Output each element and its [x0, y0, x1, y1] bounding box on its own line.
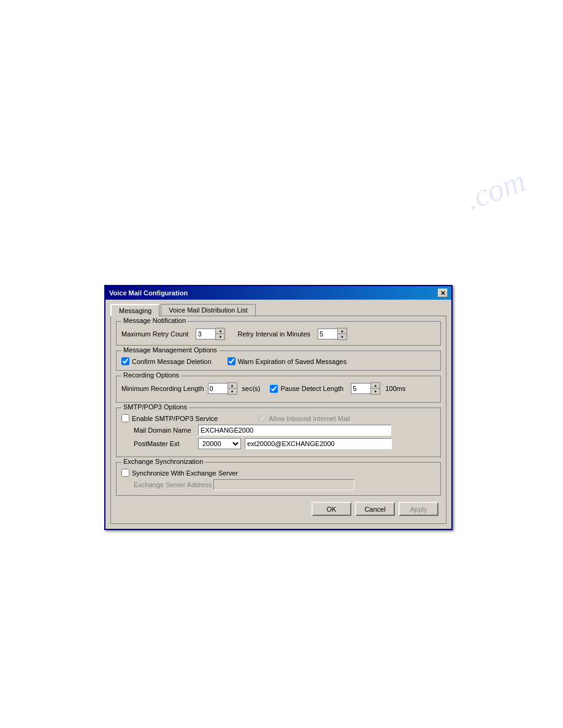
max-retry-group: Maximum Retry Count ▲ ▼	[121, 328, 225, 340]
sync-checkbox-group: Synchronize With Exchange Server	[121, 469, 242, 477]
tab-content-messaging: Message Notification Maximum Retry Count…	[110, 316, 446, 524]
enable-smtp-label: Enable SMTP/POP3 Service	[132, 415, 218, 422]
retry-interval-up-button[interactable]: ▲	[338, 328, 347, 334]
group-recording-options: Recording Options Minimum Recording Leng…	[116, 376, 441, 403]
group-message-management: Message Management Options Confirm Messa…	[116, 351, 441, 371]
min-recording-input[interactable]	[208, 383, 228, 394]
warn-expiration-checkbox[interactable]	[228, 357, 236, 365]
allow-inbound-checkbox[interactable]	[258, 414, 266, 422]
max-retry-input[interactable]	[196, 328, 215, 339]
enable-smtp-group: Enable SMTP/POP3 Service	[121, 414, 221, 422]
retry-interval-down-button[interactable]: ▼	[338, 334, 347, 339]
pause-detect-label: Pause Detect Length	[280, 385, 343, 392]
max-retry-label: Maximum Retry Count	[121, 330, 188, 338]
cancel-button[interactable]: Cancel	[355, 502, 395, 516]
group-notification-title: Message Notification	[121, 317, 188, 324]
smtp-fields: Mail Domain Name PostMaster Ext 20000	[121, 425, 435, 449]
pause-detect-group: Pause Detect Length	[270, 385, 347, 393]
sync-exchange-checkbox[interactable]	[121, 469, 129, 477]
allow-inbound-group: Allow Inbound Internet Mail	[258, 414, 354, 422]
recording-row: Minimum Recording Length ▲ ▼ sec(s)	[121, 382, 435, 395]
smtp-enable-row: Enable SMTP/POP3 Service Allow Inbound I…	[121, 414, 435, 422]
mail-domain-input[interactable]	[198, 425, 391, 436]
ok-button[interactable]: OK	[312, 502, 351, 516]
retry-interval-label: Retry Interval in Minutes	[237, 330, 310, 338]
pause-detect-spinner: ▲ ▼	[351, 382, 380, 395]
group-exchange-title: Exchange Synchronization	[121, 458, 205, 465]
postmaster-select[interactable]: 20000	[198, 438, 241, 449]
min-recording-spinner: ▲ ▼	[208, 382, 237, 395]
retry-interval-spinner-buttons: ▲ ▼	[337, 328, 347, 340]
notification-row: Maximum Retry Count ▲ ▼	[121, 328, 435, 340]
mail-domain-label: Mail Domain Name	[134, 427, 198, 434]
pause-detect-input[interactable]	[351, 383, 370, 394]
voice-mail-config-window: Voice Mail Configuration ✕ Messaging Voi…	[104, 285, 453, 530]
confirm-deletion-label: Confirm Message Deletion	[132, 358, 212, 365]
title-bar: Voice Mail Configuration ✕	[105, 286, 451, 300]
tab-distribution-list[interactable]: Voice Mail Distribution List	[161, 304, 255, 316]
allow-inbound-label: Allow Inbound Internet Mail	[269, 415, 350, 422]
exchange-server-row: Exchange Server Address	[134, 479, 435, 490]
max-retry-up-button[interactable]: ▲	[216, 328, 224, 334]
pause-detect-spinner-buttons: ▲ ▼	[370, 382, 380, 395]
max-retry-down-button[interactable]: ▼	[216, 334, 224, 339]
pause-detect-checkbox[interactable]	[270, 385, 278, 393]
window-title: Voice Mail Configuration	[109, 289, 188, 297]
enable-smtp-checkbox[interactable]	[121, 414, 129, 422]
min-recording-label: Minimum Recording Length	[121, 385, 204, 392]
sync-label: Synchronize With Exchange Server	[132, 469, 238, 477]
retry-interval-group: Retry Interval in Minutes ▲ ▼	[237, 328, 347, 340]
warn-expiration-label: Warn Expiration of Saved Messages	[238, 358, 347, 365]
group-management-title: Message Management Options	[121, 346, 219, 354]
retry-interval-input[interactable]	[318, 328, 337, 339]
close-button[interactable]: ✕	[438, 289, 448, 297]
pause-detect-up-button[interactable]: ▲	[371, 383, 380, 389]
watermark: .com	[461, 162, 530, 218]
min-recording-down-button[interactable]: ▼	[228, 389, 237, 394]
postmaster-label: PostMaster Ext	[134, 440, 198, 447]
postmaster-email-input[interactable]	[245, 438, 392, 449]
exchange-server-label: Exchange Server Address	[134, 481, 213, 488]
group-message-notification: Message Notification Maximum Retry Count…	[116, 321, 441, 346]
dialog-buttons: OK Cancel Apply	[116, 498, 441, 518]
management-row: Confirm Message Deletion Warn Expiration…	[121, 357, 435, 365]
retry-interval-spinner: ▲ ▼	[318, 328, 347, 340]
tab-messaging[interactable]: Messaging	[110, 304, 159, 316]
group-recording-title: Recording Options	[121, 371, 181, 379]
exchange-server-input[interactable]	[213, 479, 354, 490]
apply-button[interactable]: Apply	[399, 502, 439, 516]
max-retry-spinner-buttons: ▲ ▼	[215, 328, 225, 340]
min-recording-spinner-buttons: ▲ ▼	[228, 382, 237, 395]
confirm-deletion-checkbox[interactable]	[121, 357, 129, 365]
window-body: Messaging Voice Mail Distribution List M…	[105, 300, 451, 529]
dialog-window: Voice Mail Configuration ✕ Messaging Voi…	[104, 285, 453, 530]
confirm-deletion-group: Confirm Message Deletion	[121, 357, 215, 365]
max-retry-spinner: ▲ ▼	[196, 328, 225, 340]
pause-detect-unit: 100ms	[385, 385, 405, 392]
mail-domain-row: Mail Domain Name	[134, 425, 435, 436]
tab-bar: Messaging Voice Mail Distribution List	[110, 303, 446, 316]
sync-row: Synchronize With Exchange Server	[121, 469, 435, 477]
group-smtp-options: SMTP/POP3 Options Enable SMTP/POP3 Servi…	[116, 408, 441, 457]
min-recording-unit: sec(s)	[242, 385, 261, 392]
min-recording-up-button[interactable]: ▲	[228, 383, 237, 389]
group-smtp-title: SMTP/POP3 Options	[121, 403, 189, 411]
group-exchange-sync: Exchange Synchronization Synchronize Wit…	[116, 462, 441, 496]
postmaster-row: PostMaster Ext 20000	[134, 438, 435, 449]
pause-detect-down-button[interactable]: ▼	[371, 389, 380, 394]
warn-expiration-group: Warn Expiration of Saved Messages	[228, 357, 351, 365]
